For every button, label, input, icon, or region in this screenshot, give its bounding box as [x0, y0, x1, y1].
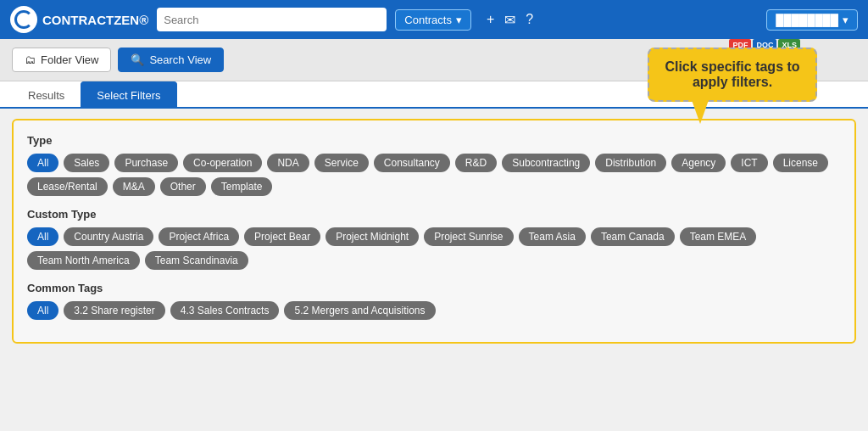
- search-view-label: Search View: [149, 53, 211, 66]
- filter-section-title-0: Type: [27, 134, 841, 147]
- tag-0-14[interactable]: M&A: [113, 177, 155, 196]
- contracts-dropdown[interactable]: Contracts ▾: [395, 9, 471, 31]
- tag-2-0[interactable]: All: [27, 301, 58, 320]
- filter-section-0: TypeAllSalesPurchaseCo-operationNDAServi…: [27, 134, 841, 196]
- tag-0-12[interactable]: License: [773, 154, 828, 172]
- user-label: ████████: [776, 14, 838, 26]
- logo-icon: [10, 6, 37, 33]
- filter-section-title-2: Common Tags: [27, 282, 841, 294]
- tag-1-9[interactable]: Team North America: [27, 251, 140, 270]
- tags-container-1: AllCountry AustriaProject AfricaProject …: [27, 227, 841, 270]
- tag-1-6[interactable]: Team Asia: [519, 227, 586, 246]
- folder-icon: 🗂: [25, 53, 36, 66]
- chevron-down-icon: ▾: [456, 14, 462, 26]
- tag-1-8[interactable]: Team EMEA: [680, 227, 757, 246]
- tag-1-0[interactable]: All: [27, 227, 58, 246]
- tab-results[interactable]: Results: [12, 81, 81, 109]
- tag-0-3[interactable]: Co-operation: [183, 154, 262, 172]
- tag-2-2[interactable]: 4.3 Sales Contracts: [170, 301, 280, 320]
- filter-section-2: Common TagsAll3.2 Share register4.3 Sale…: [27, 282, 841, 320]
- tag-2-3[interactable]: 5.2 Mergers and Acquisitions: [284, 301, 435, 320]
- tag-0-9[interactable]: Distribution: [595, 154, 666, 172]
- tag-0-10[interactable]: Agency: [671, 154, 726, 172]
- tag-1-2[interactable]: Project Africa: [159, 227, 239, 246]
- tag-0-5[interactable]: Service: [314, 154, 369, 172]
- user-chevron-icon: ▾: [843, 14, 849, 26]
- tag-1-10[interactable]: Team Scandinavia: [145, 251, 248, 270]
- search-view-button[interactable]: 🔍 Search View: [118, 48, 224, 72]
- search-icon: 🔍: [131, 53, 144, 66]
- tag-0-4[interactable]: NDA: [267, 154, 309, 172]
- filter-section-1: Custom TypeAllCountry AustriaProject Afr…: [27, 208, 841, 270]
- folder-view-button[interactable]: 🗂 Folder View: [12, 48, 111, 72]
- app-name: CONTRACTZEN®: [42, 13, 148, 27]
- tags-container-2: All3.2 Share register4.3 Sales Contracts…: [27, 301, 841, 320]
- tag-0-16[interactable]: Template: [211, 177, 273, 196]
- tag-1-1[interactable]: Country Austria: [64, 227, 153, 246]
- tooltip-area: Click specific tags to apply filters.: [648, 48, 817, 102]
- help-icon[interactable]: ?: [526, 12, 533, 27]
- search-input[interactable]: [157, 8, 387, 31]
- tooltip-box: Click specific tags to apply filters.: [648, 48, 817, 102]
- header: CONTRACTZEN® Contracts ▾ + ✉ ? ████████ …: [0, 0, 868, 39]
- tag-1-3[interactable]: Project Bear: [244, 227, 320, 246]
- tag-0-8[interactable]: Subcontracting: [502, 154, 590, 172]
- tag-1-4[interactable]: Project Midnight: [326, 227, 419, 246]
- tag-0-13[interactable]: Lease/Rental: [27, 177, 108, 196]
- contracts-label: Contracts: [404, 14, 452, 26]
- add-icon[interactable]: +: [487, 12, 494, 27]
- tag-0-6[interactable]: Consultancy: [374, 154, 450, 172]
- tag-0-11[interactable]: ICT: [731, 154, 767, 172]
- logo: CONTRACTZEN®: [10, 6, 148, 33]
- tag-1-7[interactable]: Team Canada: [591, 227, 675, 246]
- header-icons: + ✉ ?: [487, 12, 533, 28]
- tag-0-0[interactable]: All: [27, 154, 58, 172]
- tag-2-1[interactable]: 3.2 Share register: [64, 301, 164, 320]
- tags-container-0: AllSalesPurchaseCo-operationNDAServiceCo…: [27, 154, 841, 196]
- tooltip-arrow: [692, 100, 709, 124]
- tag-0-15[interactable]: Other: [160, 177, 206, 196]
- folder-view-label: Folder View: [41, 53, 98, 66]
- filter-section-title-1: Custom Type: [27, 208, 841, 221]
- user-menu[interactable]: ████████ ▾: [766, 9, 858, 31]
- filter-panel: TypeAllSalesPurchaseCo-operationNDAServi…: [12, 119, 856, 344]
- tag-0-7[interactable]: R&D: [455, 154, 497, 172]
- mail-icon[interactable]: ✉: [504, 12, 515, 28]
- tooltip-text: Click specific tags to apply filters.: [665, 59, 799, 89]
- tag-1-5[interactable]: Project Sunrise: [424, 227, 513, 246]
- tag-0-1[interactable]: Sales: [64, 154, 109, 172]
- tab-select-filters[interactable]: Select Filters: [81, 81, 176, 109]
- tag-0-2[interactable]: Purchase: [114, 154, 178, 172]
